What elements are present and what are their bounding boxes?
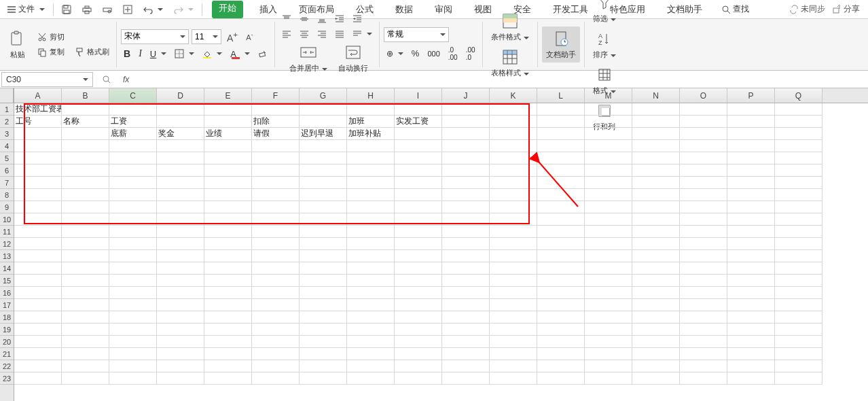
cell[interactable] [204,324,252,336]
cell[interactable] [62,287,109,299]
cell[interactable] [537,250,585,262]
cell[interactable] [775,299,822,311]
col-header[interactable]: D [157,88,204,103]
cell[interactable] [204,372,252,385]
cell[interactable] [680,103,727,116]
cell[interactable] [585,348,632,360]
cell[interactable] [14,311,62,324]
cell[interactable] [157,177,204,189]
cell[interactable] [632,275,680,287]
cell[interactable]: 底薪 [109,128,157,140]
print-preview-button[interactable] [98,3,116,16]
percent-button[interactable]: % [409,47,422,60]
row-header[interactable]: 4 [0,140,14,152]
cell[interactable] [585,360,632,372]
cell[interactable] [252,189,300,201]
cell[interactable] [775,213,822,226]
fill-color-button[interactable] [200,48,225,60]
save-button[interactable] [58,3,75,16]
cell[interactable] [109,324,157,336]
cell[interactable] [300,287,347,299]
cell[interactable] [157,103,204,116]
cell[interactable] [395,177,442,189]
cell[interactable]: 扣除 [252,116,300,128]
cell[interactable] [490,128,537,140]
cell[interactable] [775,152,822,164]
cell[interactable] [395,103,442,116]
cell[interactable] [490,324,537,336]
format-painter-button[interactable]: 格式刷 [71,46,112,59]
cell[interactable] [775,311,822,324]
cell[interactable] [300,238,347,250]
col-header[interactable]: J [442,88,490,103]
cell[interactable] [157,299,204,311]
decimal-decrease-button[interactable]: .00.0 [463,45,478,63]
cell[interactable] [347,140,395,152]
cell[interactable] [109,372,157,385]
cell[interactable] [632,336,680,348]
row-header[interactable]: 8 [0,189,14,201]
cell[interactable] [585,189,632,201]
menu-tab[interactable]: 数据 [390,1,418,18]
hamburger-menu[interactable]: 文件 [3,2,49,16]
cell[interactable] [775,177,822,189]
cell[interactable] [157,360,204,372]
cell[interactable] [442,128,490,140]
cell[interactable] [537,177,585,189]
cell[interactable] [680,311,727,324]
cell[interactable] [252,164,300,177]
cell[interactable] [252,324,300,336]
cell[interactable] [157,226,204,238]
cell[interactable] [157,348,204,360]
cell[interactable] [14,177,62,189]
cell[interactable] [680,116,727,128]
menu-tab[interactable]: 文档助手 [662,1,708,18]
cell[interactable] [300,140,347,152]
cell[interactable] [585,152,632,164]
expand-button[interactable] [100,73,113,86]
cell[interactable] [62,372,109,385]
cell[interactable] [204,116,252,128]
cell[interactable] [14,250,62,262]
format-button[interactable]: 格式 [589,63,620,99]
cell[interactable] [632,140,680,152]
currency-button[interactable]: ⊕ [384,48,406,60]
cell[interactable] [537,238,585,250]
undo-button[interactable] [139,3,167,16]
cell[interactable] [347,299,395,311]
cell[interactable] [347,103,395,116]
cell[interactable] [537,116,585,128]
cell[interactable] [680,372,727,385]
cell[interactable] [62,226,109,238]
cell[interactable] [632,360,680,372]
cell[interactable] [347,177,395,189]
cell[interactable] [157,372,204,385]
cell[interactable] [157,275,204,287]
cell[interactable] [490,372,537,385]
row-header[interactable]: 2 [0,116,14,128]
row-header[interactable]: 3 [0,128,14,140]
cell[interactable] [442,226,490,238]
cell[interactable] [395,360,442,372]
cell[interactable] [537,128,585,140]
cell[interactable] [109,262,157,275]
cell[interactable] [490,103,537,116]
cell[interactable] [775,103,822,116]
align-right-button[interactable] [314,28,329,40]
row-header[interactable]: 22 [0,360,14,372]
cell[interactable] [300,372,347,385]
cell[interactable] [585,226,632,238]
cell[interactable] [252,275,300,287]
cell[interactable]: 加班 [347,116,395,128]
cell[interactable] [252,372,300,385]
row-header[interactable]: 7 [0,177,14,189]
cell[interactable] [62,189,109,201]
cell[interactable] [157,152,204,164]
cell[interactable] [775,360,822,372]
cell[interactable] [204,201,252,213]
cell[interactable] [490,177,537,189]
search-menu-button[interactable]: 查找 [717,2,753,16]
cell[interactable] [537,164,585,177]
cell[interactable] [680,226,727,238]
cell[interactable] [585,238,632,250]
